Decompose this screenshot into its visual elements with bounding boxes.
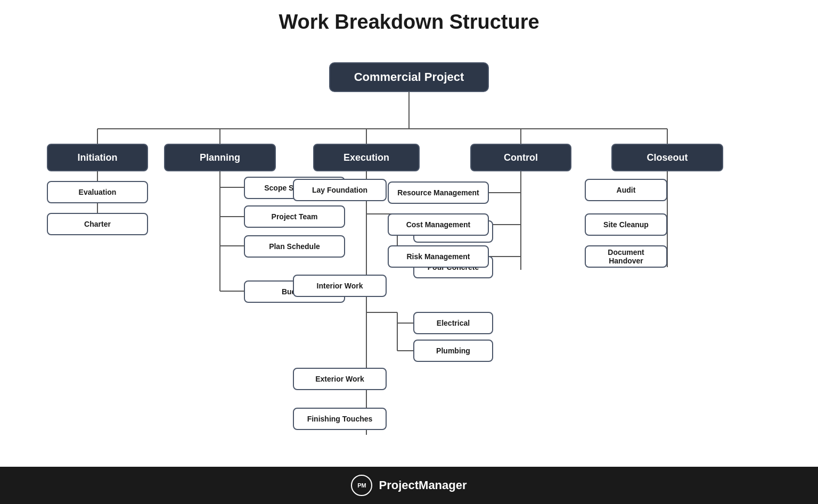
document-handover-label: Document Handover [592, 248, 660, 265]
execution-label: Execution [343, 152, 389, 163]
electrical-label: Electrical [437, 319, 470, 327]
closeout-label: Closeout [647, 152, 688, 163]
risk-management-label: Risk Management [406, 252, 470, 261]
cost-management-label: Cost Management [406, 220, 471, 229]
project-team-label: Project Team [272, 212, 318, 221]
node-execution: Execution [313, 144, 420, 171]
root-label: Commercial Project [354, 70, 464, 84]
node-electrical: Electrical [413, 312, 493, 334]
node-project-team: Project Team [244, 205, 345, 228]
control-label: Control [504, 152, 538, 163]
plumbing-label: Plumbing [436, 346, 470, 355]
footer-brand-name: ProjectManager [379, 478, 467, 492]
node-charter: Charter [47, 213, 148, 235]
node-interior-work: Interior Work [293, 275, 387, 297]
node-lay-foundation: Lay Foundation [293, 179, 387, 201]
site-cleanup-label: Site Cleanup [603, 220, 649, 229]
node-initiation: Initiation [47, 144, 148, 171]
lay-foundation-label: Lay Foundation [312, 186, 367, 194]
footer-logo: PM [351, 475, 372, 496]
finishing-touches-label: Finishing Touches [307, 415, 373, 423]
resource-management-label: Resource Management [397, 188, 479, 197]
planning-label: Planning [200, 152, 240, 163]
node-audit: Audit [585, 179, 667, 201]
page-title: Work Breakdown Structure [279, 11, 539, 34]
charter-label: Charter [84, 220, 111, 228]
node-site-cleanup: Site Cleanup [585, 213, 667, 236]
plan-schedule-label: Plan Schedule [269, 242, 320, 251]
node-exterior-work: Exterior Work [293, 368, 387, 390]
audit-label: Audit [617, 186, 636, 194]
node-resource-management: Resource Management [388, 181, 489, 204]
node-plumbing: Plumbing [413, 340, 493, 362]
node-risk-management: Risk Management [388, 245, 489, 268]
node-evaluation: Evaluation [47, 181, 148, 203]
footer-logo-text: PM [357, 482, 366, 489]
node-root: Commercial Project [329, 62, 489, 92]
initiation-label: Initiation [78, 152, 118, 163]
interior-work-label: Interior Work [317, 282, 363, 290]
evaluation-label: Evaluation [79, 188, 117, 196]
node-planning: Planning [164, 144, 276, 171]
node-cost-management: Cost Management [388, 213, 489, 236]
node-plan-schedule: Plan Schedule [244, 235, 345, 258]
node-control: Control [470, 144, 571, 171]
node-closeout: Closeout [611, 144, 723, 171]
node-finishing-touches: Finishing Touches [293, 408, 387, 430]
exterior-work-label: Exterior Work [315, 375, 364, 383]
node-document-handover: Document Handover [585, 245, 667, 268]
wbs-diagram: Commercial Project Initiation Planning E… [15, 46, 803, 461]
footer: PM ProjectManager [0, 467, 818, 504]
